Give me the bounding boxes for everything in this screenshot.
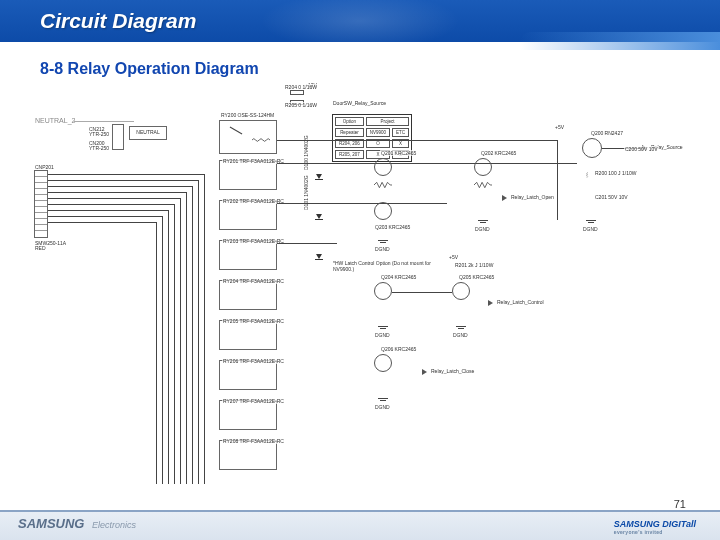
wire	[186, 192, 187, 484]
q203-label: Q203 KRC2465	[374, 224, 411, 230]
q204-label: Q204 KRC2465	[380, 274, 417, 280]
neutral-2-label: NEUTRAL_2	[34, 117, 76, 124]
footer-brand-sub: Electronics	[92, 520, 136, 530]
td: NV9900	[366, 128, 390, 137]
q202-label: Q202 KRC2465	[480, 150, 517, 156]
ry203-label: RY203 TRF-F3AA012E-RC	[222, 238, 285, 244]
footer-logo-sub: everyone's invited	[614, 529, 696, 535]
q200-label: Q200 RN2427	[590, 130, 624, 136]
transistor-icon	[474, 158, 492, 176]
wire	[48, 174, 204, 175]
subtitle: 8-8 Relay Operation Diagram	[40, 60, 720, 78]
diode-icon	[316, 254, 322, 259]
ry202-label: RY202 TRF-F3AA012E-RC	[222, 198, 285, 204]
r204	[290, 90, 304, 95]
q201-label: Q201 KRC2465	[380, 150, 417, 156]
ytr250-label: YTR-250	[88, 131, 110, 137]
wire	[48, 186, 192, 187]
wire	[162, 216, 163, 484]
dgnd-label: DGND	[374, 246, 391, 252]
wire	[48, 204, 174, 205]
page-title: Circuit Diagram	[0, 0, 720, 33]
relay-coil-icon	[252, 137, 270, 143]
red-label: RED	[34, 245, 47, 251]
wire	[48, 210, 168, 211]
diode-icon	[316, 214, 322, 219]
wire	[48, 180, 198, 181]
ry204-label: RY204 TRF-F3AA012E-RC	[222, 278, 285, 284]
relay-block	[219, 320, 277, 350]
relay-latch-control-label: Relay_Latch_Control	[496, 299, 545, 305]
relay-block	[219, 240, 277, 270]
relay-latch-close-label: Relay_Latch_Close	[430, 368, 475, 374]
wire	[277, 163, 577, 164]
td: ETC	[392, 128, 409, 137]
td: R205, 207	[335, 150, 364, 159]
wire	[277, 140, 557, 141]
ry208-label: RY208 TRF-F3AA012E-RC	[222, 438, 285, 444]
q205-label: Q205 KRC2465	[458, 274, 495, 280]
ry205-label: RY205 TRF-F3AA012E-RC	[222, 318, 285, 324]
dgnd-label4: DGND	[452, 332, 469, 338]
wire	[48, 216, 162, 217]
wire	[174, 204, 175, 484]
ry201-label: RY201 TRF-F3AA012E-RC	[222, 158, 285, 164]
c201-label: C201 50V 10V	[594, 194, 629, 200]
doorsw-label: DoorSW_Relay_Source	[332, 100, 387, 106]
d101-label: D101 1N4002G	[303, 174, 309, 211]
footer-brand: SAMSUNG	[0, 512, 84, 531]
arrow-icon	[488, 300, 493, 306]
wire	[198, 180, 199, 484]
5v-label: +5V	[448, 254, 459, 260]
wire	[277, 243, 337, 244]
transistor-icon	[452, 282, 470, 300]
wire	[557, 140, 558, 220]
relay-block	[219, 400, 277, 430]
wire	[48, 198, 180, 199]
title-bar: Circuit Diagram	[0, 0, 720, 42]
transistor-icon	[374, 354, 392, 372]
footer: SAMSUNG Electronics SAMSUNG DIGITall eve…	[0, 510, 720, 540]
ry206-label: RY206 TRF-F3AA012E-RC	[222, 358, 285, 364]
header-swoosh	[520, 32, 720, 50]
resistor-icon	[374, 182, 392, 188]
r204-label: R204 0 1/16W	[284, 84, 318, 90]
wire	[74, 121, 134, 122]
connector-cnp201	[34, 170, 48, 238]
relay-latch-open-label: Relay_Latch_Open	[510, 194, 555, 200]
wire	[180, 198, 181, 484]
wire	[168, 210, 169, 484]
page-number: 71	[674, 498, 686, 510]
neutral-box: NEUTRAL	[129, 126, 167, 140]
th: Project	[366, 117, 409, 126]
5v-label2: +5V	[554, 124, 565, 130]
transistor-icon	[582, 138, 602, 158]
dgnd-label3: DGND	[374, 332, 391, 338]
td: Repeater	[335, 128, 364, 137]
r201-label: R201 2k J 1/10W	[454, 262, 494, 268]
relay-block	[219, 440, 277, 470]
footer-logo-top: SAMSUNG DIGITall	[614, 519, 696, 529]
resistor-icon	[474, 182, 492, 188]
diode-icon	[316, 174, 322, 179]
relay-block	[219, 360, 277, 390]
arrow-icon	[502, 195, 507, 201]
c200-label: C200 50V 10V	[624, 146, 659, 152]
relay-block	[219, 200, 277, 230]
r200-label: R200 100 J 1/10W	[594, 170, 637, 176]
ry207-label: RY207 TRF-F3AA012E-RC	[222, 398, 285, 404]
arrow-icon	[422, 369, 427, 375]
relay-block	[219, 160, 277, 190]
th: Option	[335, 117, 364, 126]
transistor-icon	[374, 158, 392, 176]
wire	[204, 174, 205, 484]
wire	[192, 186, 193, 484]
q206-label: Q206 KRC2465	[380, 346, 417, 352]
dgnd-label2: DGND	[474, 226, 491, 232]
dgnd-label5: DGND	[374, 404, 391, 410]
wire	[277, 203, 447, 204]
conn-cn212	[112, 124, 124, 150]
relay-block	[219, 280, 277, 310]
wire	[48, 192, 186, 193]
transistor-icon	[374, 202, 392, 220]
